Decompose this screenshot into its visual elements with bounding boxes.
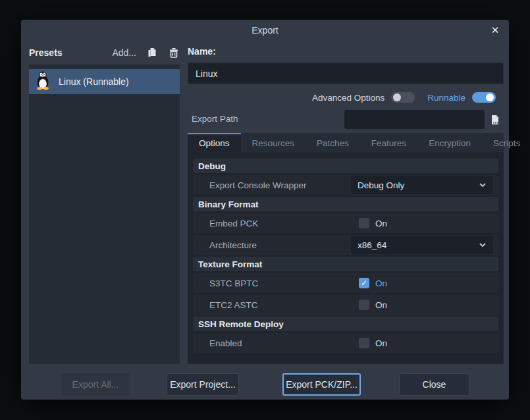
tab-options[interactable]: Options: [188, 133, 241, 152]
console-wrapper-dropdown[interactable]: Debug Only: [351, 176, 493, 194]
toggle-row: Advanced Options Runnable: [188, 88, 504, 107]
close-icon[interactable]: ✕: [488, 23, 502, 38]
titlebar: Export ✕: [21, 20, 509, 38]
checkbox-value-label: On: [375, 219, 387, 228]
runnable-toggle[interactable]: [472, 92, 496, 103]
option-label: Embed PCK: [193, 219, 258, 228]
add-preset-button[interactable]: Add...: [112, 47, 136, 58]
preset-item-linux[interactable]: Linux (Runnable): [29, 69, 180, 94]
row-export-console-wrapper: Export Console Wrapper Debug Only: [193, 175, 498, 195]
name-label: Name:: [188, 46, 216, 57]
export-path-label: Export Path: [192, 114, 238, 124]
toggle-knob: [393, 93, 401, 101]
close-button[interactable]: Close: [399, 373, 469, 396]
section-debug: Debug: [193, 159, 498, 173]
preset-list: Linux (Runnable): [29, 65, 180, 364]
advanced-options-toggle[interactable]: [391, 92, 415, 103]
tab-features[interactable]: Features: [360, 133, 417, 152]
advanced-options-label: Advanced Options: [312, 93, 384, 103]
tab-patches[interactable]: Patches: [305, 133, 360, 152]
section-ssh-remote-deploy: SSH Remote Deploy: [193, 317, 498, 331]
dropdown-value: x86_64: [358, 240, 479, 250]
export-path-input[interactable]: [344, 110, 485, 129]
checkbox-value-label: On: [375, 338, 387, 348]
export-path-row: Export Path: [188, 110, 504, 130]
s3tc-bptc-checkbox[interactable]: ✓: [359, 278, 369, 288]
export-dialog: Export ✕ Presets Add...: [21, 20, 509, 400]
tab-scripts[interactable]: Scripts: [482, 133, 530, 152]
presets-title: Presets: [29, 47, 63, 58]
name-input[interactable]: [188, 63, 504, 84]
chevron-down-icon: [479, 182, 487, 188]
linux-tux-icon: [36, 70, 50, 93]
presets-actions: Add...: [112, 47, 182, 59]
option-label: ETC2 ASTC: [193, 300, 258, 310]
file-select-icon[interactable]: [486, 111, 504, 128]
trash-icon[interactable]: [168, 47, 180, 59]
export-project-button[interactable]: Export Project...: [167, 373, 239, 396]
chevron-down-icon: [479, 242, 487, 248]
checkbox-value-label: On: [375, 278, 387, 288]
preset-item-label: Linux (Runnable): [59, 76, 129, 87]
row-embed-pck: Embed PCK On: [193, 213, 498, 233]
option-label: Export Console Wrapper: [193, 180, 307, 190]
runnable-label: Runnable: [427, 93, 465, 103]
row-ssh-enabled: Enabled On: [193, 333, 498, 353]
presets-header: Presets Add...: [29, 45, 182, 61]
dropdown-value: Debug Only: [358, 180, 479, 190]
tab-resources[interactable]: Resources: [241, 133, 306, 152]
option-label: S3TC BPTC: [193, 278, 258, 288]
toggle-knob: [486, 93, 494, 101]
duplicate-icon[interactable]: [146, 47, 158, 59]
embed-pck-checkbox[interactable]: [359, 218, 369, 228]
option-label: Enabled: [193, 338, 242, 348]
export-pck-zip-button[interactable]: Export PCK/ZIP...: [282, 373, 361, 396]
check-icon: ✓: [361, 279, 367, 287]
section-texture-format: Texture Format: [193, 257, 498, 271]
option-label: Architecture: [193, 240, 257, 250]
architecture-dropdown[interactable]: x86_64: [351, 236, 493, 254]
etc2-astc-checkbox[interactable]: [359, 300, 369, 310]
tab-encryption[interactable]: Encryption: [417, 133, 482, 152]
row-architecture: Architecture x86_64: [193, 235, 498, 255]
section-binary-format: Binary Format: [193, 197, 498, 211]
export-all-button: Export All...: [61, 373, 130, 396]
checkbox-value-label: On: [375, 300, 387, 310]
dialog-title: Export: [21, 20, 509, 36]
row-etc2-astc: ETC2 ASTC On: [193, 295, 498, 315]
ssh-enabled-checkbox[interactable]: [359, 338, 369, 348]
tab-bar: Options Resources Patches Features Encry…: [188, 133, 504, 152]
options-panel: Debug Export Console Wrapper Debug Only …: [188, 152, 504, 364]
row-s3tc-bptc: S3TC BPTC ✓ On: [193, 273, 498, 293]
